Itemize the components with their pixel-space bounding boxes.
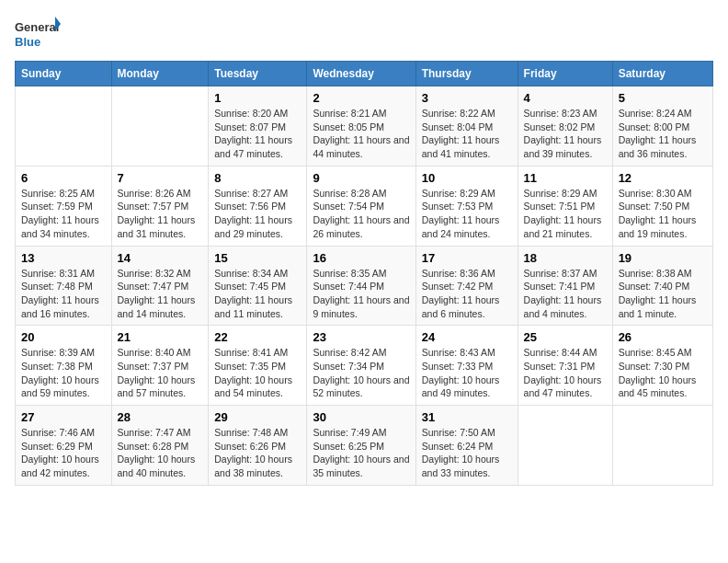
day-number: 2 [313,91,409,105]
day-info: Sunrise: 8:42 AMSunset: 7:34 PMDaylight:… [313,347,409,398]
day-info: Sunrise: 7:49 AMSunset: 6:25 PMDaylight:… [313,427,409,478]
logo: General Blue [15,15,61,55]
day-number: 4 [524,91,607,105]
day-info: Sunrise: 8:34 AMSunset: 7:45 PMDaylight:… [214,268,292,319]
day-info: Sunrise: 7:47 AMSunset: 6:28 PMDaylight:… [118,427,196,478]
day-info: Sunrise: 8:25 AMSunset: 7:59 PMDaylight:… [21,188,99,239]
calendar-week-row: 27 Sunrise: 7:46 AMSunset: 6:29 PMDaylig… [16,406,713,486]
day-info: Sunrise: 8:36 AMSunset: 7:42 PMDaylight:… [422,268,500,319]
calendar-cell: 16 Sunrise: 8:35 AMSunset: 7:44 PMDaylig… [307,246,415,326]
day-number: 13 [21,251,106,265]
calendar-cell: 12 Sunrise: 8:30 AMSunset: 7:50 PMDaylig… [612,166,712,246]
calendar-header-monday: Monday [111,62,209,86]
day-number: 9 [313,171,409,185]
svg-text:General: General [15,20,59,34]
calendar-cell: 1 Sunrise: 8:20 AMSunset: 8:07 PMDayligh… [209,86,307,167]
day-number: 25 [524,330,607,344]
day-info: Sunrise: 8:31 AMSunset: 7:48 PMDaylight:… [21,268,99,319]
calendar-header-sunday: Sunday [16,62,112,86]
calendar-cell [612,406,712,486]
day-info: Sunrise: 8:30 AMSunset: 7:50 PMDaylight:… [619,188,697,239]
day-number: 11 [524,171,607,185]
day-info: Sunrise: 7:50 AMSunset: 6:24 PMDaylight:… [422,427,500,478]
day-number: 31 [422,410,512,424]
calendar-week-row: 6 Sunrise: 8:25 AMSunset: 7:59 PMDayligh… [16,166,713,246]
day-number: 20 [21,330,106,344]
page-header: General Blue [15,15,713,55]
day-info: Sunrise: 8:22 AMSunset: 8:04 PMDaylight:… [422,108,500,159]
calendar-cell: 21 Sunrise: 8:40 AMSunset: 7:37 PMDaylig… [111,326,209,406]
calendar-header-saturday: Saturday [612,62,712,86]
calendar-cell: 11 Sunrise: 8:29 AMSunset: 7:51 PMDaylig… [518,166,612,246]
day-info: Sunrise: 8:39 AMSunset: 7:38 PMDaylight:… [21,347,99,398]
day-info: Sunrise: 8:38 AMSunset: 7:40 PMDaylight:… [619,268,697,319]
day-number: 23 [313,330,409,344]
calendar-cell: 24 Sunrise: 8:43 AMSunset: 7:33 PMDaylig… [415,326,518,406]
calendar-cell [16,86,112,167]
calendar-week-row: 20 Sunrise: 8:39 AMSunset: 7:38 PMDaylig… [16,326,713,406]
day-info: Sunrise: 7:46 AMSunset: 6:29 PMDaylight:… [21,427,99,478]
calendar-cell: 19 Sunrise: 8:38 AMSunset: 7:40 PMDaylig… [612,246,712,326]
day-number: 6 [21,171,106,185]
day-number: 12 [619,171,707,185]
calendar-header-row: SundayMondayTuesdayWednesdayThursdayFrid… [16,62,713,86]
calendar-cell: 5 Sunrise: 8:24 AMSunset: 8:00 PMDayligh… [612,86,712,167]
day-info: Sunrise: 8:40 AMSunset: 7:37 PMDaylight:… [118,347,196,398]
day-info: Sunrise: 8:21 AMSunset: 8:05 PMDaylight:… [313,108,409,159]
day-number: 24 [422,330,512,344]
calendar-cell: 15 Sunrise: 8:34 AMSunset: 7:45 PMDaylig… [209,246,307,326]
day-number: 30 [313,410,409,424]
day-info: Sunrise: 8:23 AMSunset: 8:02 PMDaylight:… [524,108,602,159]
day-number: 1 [214,91,301,105]
day-info: Sunrise: 8:43 AMSunset: 7:33 PMDaylight:… [422,347,500,398]
day-number: 17 [422,251,512,265]
calendar-cell: 13 Sunrise: 8:31 AMSunset: 7:48 PMDaylig… [16,246,112,326]
day-number: 14 [118,251,203,265]
calendar-header-thursday: Thursday [415,62,518,86]
calendar-cell: 9 Sunrise: 8:28 AMSunset: 7:54 PMDayligh… [307,166,415,246]
calendar-cell: 30 Sunrise: 7:49 AMSunset: 6:25 PMDaylig… [307,406,415,486]
day-info: Sunrise: 8:26 AMSunset: 7:57 PMDaylight:… [118,188,196,239]
day-info: Sunrise: 8:37 AMSunset: 7:41 PMDaylight:… [524,268,602,319]
day-number: 26 [619,330,707,344]
calendar-header-tuesday: Tuesday [209,62,307,86]
calendar-cell: 25 Sunrise: 8:44 AMSunset: 7:31 PMDaylig… [518,326,612,406]
day-number: 15 [214,251,301,265]
calendar-cell: 18 Sunrise: 8:37 AMSunset: 7:41 PMDaylig… [518,246,612,326]
day-number: 16 [313,251,409,265]
calendar-cell: 10 Sunrise: 8:29 AMSunset: 7:53 PMDaylig… [415,166,518,246]
day-info: Sunrise: 8:35 AMSunset: 7:44 PMDaylight:… [313,268,409,319]
day-number: 10 [422,171,512,185]
calendar-cell [518,406,612,486]
day-number: 22 [214,330,301,344]
day-number: 28 [118,410,203,424]
calendar-header-wednesday: Wednesday [307,62,415,86]
calendar-cell: 7 Sunrise: 8:26 AMSunset: 7:57 PMDayligh… [111,166,209,246]
calendar-cell: 28 Sunrise: 7:47 AMSunset: 6:28 PMDaylig… [111,406,209,486]
calendar-cell: 31 Sunrise: 7:50 AMSunset: 6:24 PMDaylig… [415,406,518,486]
day-number: 7 [118,171,203,185]
calendar-cell: 8 Sunrise: 8:27 AMSunset: 7:56 PMDayligh… [209,166,307,246]
logo-svg: General Blue [15,15,61,55]
day-info: Sunrise: 8:45 AMSunset: 7:30 PMDaylight:… [619,347,697,398]
day-info: Sunrise: 8:24 AMSunset: 8:00 PMDaylight:… [619,108,697,159]
calendar-cell: 20 Sunrise: 8:39 AMSunset: 7:38 PMDaylig… [16,326,112,406]
day-info: Sunrise: 8:32 AMSunset: 7:47 PMDaylight:… [118,268,196,319]
calendar-cell: 6 Sunrise: 8:25 AMSunset: 7:59 PMDayligh… [16,166,112,246]
day-info: Sunrise: 8:20 AMSunset: 8:07 PMDaylight:… [214,108,292,159]
calendar-cell: 26 Sunrise: 8:45 AMSunset: 7:30 PMDaylig… [612,326,712,406]
svg-text:Blue: Blue [15,35,40,49]
day-number: 27 [21,410,106,424]
day-info: Sunrise: 7:48 AMSunset: 6:26 PMDaylight:… [214,427,292,478]
day-number: 3 [422,91,512,105]
calendar-cell: 2 Sunrise: 8:21 AMSunset: 8:05 PMDayligh… [307,86,415,167]
day-info: Sunrise: 8:44 AMSunset: 7:31 PMDaylight:… [524,347,602,398]
day-info: Sunrise: 8:27 AMSunset: 7:56 PMDaylight:… [214,188,292,239]
day-info: Sunrise: 8:28 AMSunset: 7:54 PMDaylight:… [313,188,409,239]
calendar-cell: 3 Sunrise: 8:22 AMSunset: 8:04 PMDayligh… [415,86,518,167]
calendar-cell: 17 Sunrise: 8:36 AMSunset: 7:42 PMDaylig… [415,246,518,326]
day-number: 29 [214,410,301,424]
day-number: 18 [524,251,607,265]
calendar-cell: 29 Sunrise: 7:48 AMSunset: 6:26 PMDaylig… [209,406,307,486]
calendar-cell [111,86,209,167]
